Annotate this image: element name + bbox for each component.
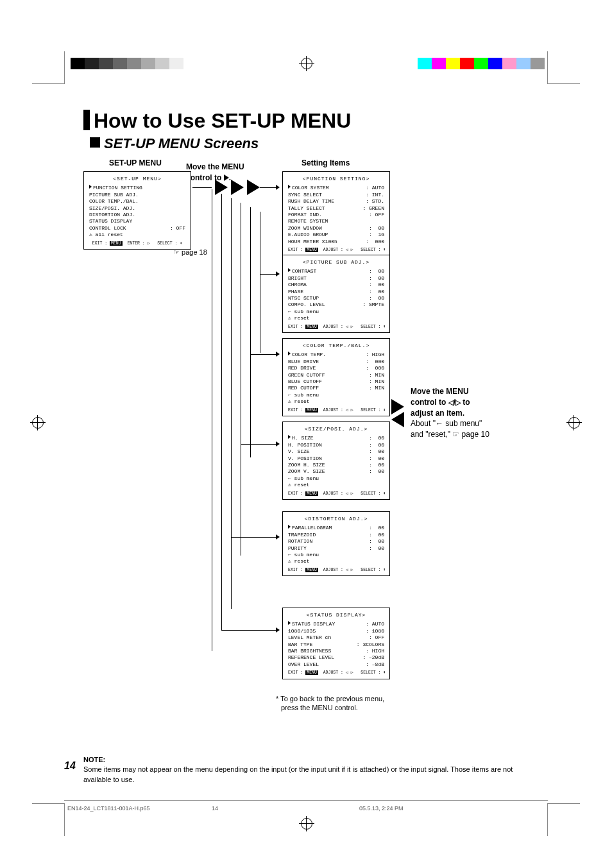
osd-distortion-adj: <DISTORTION ADJ.>PARALLELOGRAM: 00TRAPEZ…	[282, 511, 390, 576]
osd-picture-sub-adj: <PICTURE SUB ADJ.>CONTRAST: 00BRIGHT: 00…	[282, 255, 390, 333]
registration-mark-icon	[301, 818, 312, 830]
right-triangle-icon: ▷	[455, 398, 461, 407]
page-title: How to Use SET-UP MENU	[83, 109, 548, 133]
back-note: * To go back to the previous menu, press…	[276, 694, 384, 713]
side-note: Move the MENU control to ◁/▷ to adjust a…	[411, 386, 507, 440]
section-title: SET-UP MENU Screens	[90, 135, 548, 152]
registration-mark-icon	[301, 58, 312, 69]
label-setup-menu: SET-UP MENU	[109, 158, 162, 167]
diagram: SET-UP MENU Setting Items Move the MENU …	[83, 158, 548, 749]
color-bars	[418, 58, 545, 69]
osd-status-display: <STATUS DISPLAY>STATUS DISPLAY: AUTO1080…	[282, 608, 390, 679]
registration-mark-icon	[568, 417, 580, 429]
label-setting-items: Setting Items	[302, 158, 350, 167]
left-triangle-icon: ◁	[448, 398, 454, 407]
doc-meta-page: 14	[212, 805, 218, 812]
osd-setup-menu: <SET-UP MENU>FUNCTION SETTINGPICTURE SUB…	[83, 171, 191, 250]
big-arrow-icon	[215, 180, 228, 195]
osd-color-temp-bal: <COLOR TEMP./BAL.>COLOR TEMP.: HIGHBLUE …	[282, 338, 390, 416]
registration-mark-icon	[32, 417, 44, 429]
osd-function-setting: <FUNCTION SETTING>COLOR SYSTEM: AUTOSYNC…	[282, 171, 390, 256]
big-arrow-icon	[247, 180, 260, 195]
color-bars	[71, 58, 183, 69]
page-number: 14	[64, 760, 76, 772]
footer-rule	[64, 800, 548, 801]
page-ref-18: ☞ page 18	[173, 248, 207, 257]
doc-meta-filename: EN14-24_LCT1811-001A-H.p65	[67, 805, 150, 812]
crop-mark	[32, 51, 65, 84]
doc-meta-timestamp: 05.5.13, 2:24 PM	[359, 805, 404, 812]
big-arrow-icon	[231, 180, 244, 195]
crop-mark	[547, 803, 580, 836]
footnote: NOTE: Some items may not appear on the m…	[83, 755, 529, 785]
osd-size-posi-adj: <SIZE/POSI. ADJ.>H. SIZE: 00H. POSITION:…	[282, 421, 390, 500]
crop-mark	[547, 51, 580, 84]
big-arrow-left-icon	[391, 412, 404, 427]
crop-mark	[32, 803, 65, 836]
